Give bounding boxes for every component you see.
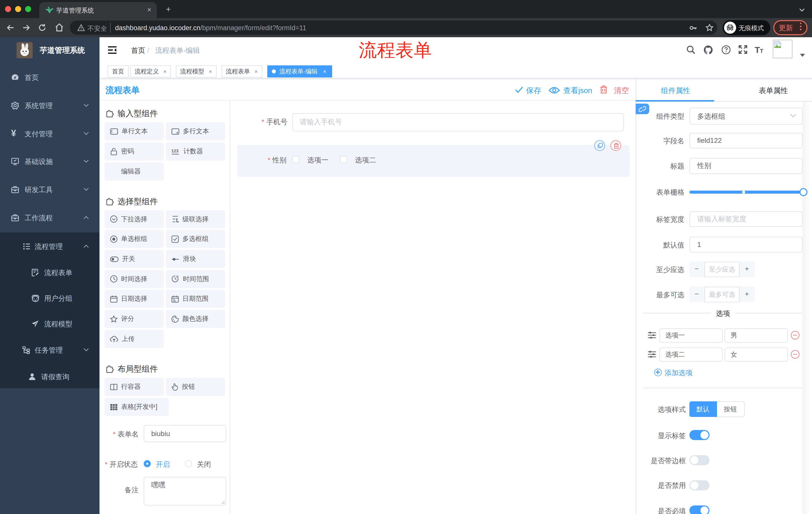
svg-text:123: 123 (171, 148, 178, 153)
